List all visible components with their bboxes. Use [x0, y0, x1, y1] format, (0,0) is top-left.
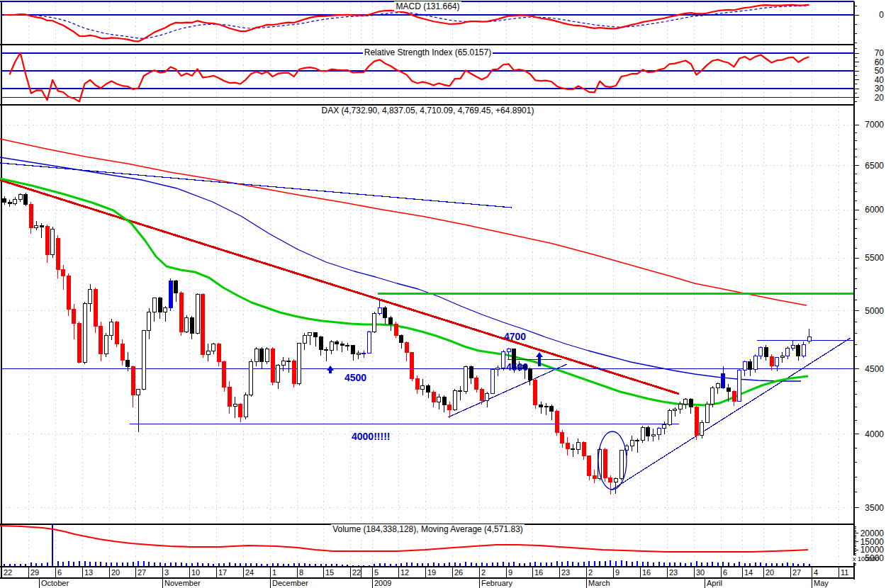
volume-bar [755, 562, 756, 567]
week-label: 5 [374, 568, 378, 577]
candle-body [791, 346, 795, 348]
candle-body [13, 199, 17, 203]
volume-bar [57, 561, 59, 567]
candle-body [695, 407, 698, 436]
long-rising-trendline [611, 338, 851, 490]
candle-body [410, 353, 414, 379]
candle-body [722, 374, 725, 388]
volume-bar [235, 563, 236, 567]
week-label: 8 [299, 568, 303, 577]
candle-body [732, 391, 736, 401]
candle-body [67, 276, 70, 309]
candle-body [287, 361, 291, 361]
candle-body [201, 294, 205, 354]
macd-zero-label: 0 [857, 11, 884, 19]
price-tick-label: 4000 [857, 430, 884, 439]
candle-body [678, 404, 682, 409]
volume-bar [68, 561, 69, 567]
candle-body [593, 475, 596, 478]
candle-body [651, 435, 655, 436]
candle-body [239, 405, 242, 417]
candle-body [588, 456, 591, 475]
candle-body [415, 378, 419, 389]
volume-bar [476, 563, 477, 567]
week-label: 20 [766, 568, 774, 577]
week-label: 22 [352, 568, 361, 577]
rsi-tick-label: 40 [857, 76, 884, 84]
volume-bar [288, 564, 289, 567]
volume-bar [626, 561, 627, 567]
week-label: 11 [841, 568, 848, 577]
candle-body [72, 310, 76, 324]
week-label: 2 [481, 568, 486, 577]
week-label: 23 [669, 568, 678, 577]
volume-bar [379, 563, 381, 567]
candle-body [630, 440, 634, 446]
volume-bar [369, 565, 370, 567]
week-label: 19 [427, 568, 436, 577]
week-label: 27 [138, 568, 146, 577]
volume-bar [632, 562, 633, 567]
candle-body [330, 341, 333, 350]
volume-bar [406, 562, 408, 567]
candle-body [544, 406, 548, 407]
volume-bar [685, 563, 686, 567]
candle-body [453, 391, 456, 410]
candle-body [490, 370, 494, 393]
candle-body [271, 349, 274, 382]
volume-bar [390, 564, 391, 567]
volume-bar [202, 563, 203, 567]
volume-bar [396, 564, 397, 567]
candle-body [196, 294, 199, 333]
green-moving-average [0, 179, 808, 405]
week-label: 20 [111, 568, 120, 577]
volume-bar [669, 562, 671, 567]
candle-body [335, 341, 339, 344]
candle-body [137, 390, 140, 395]
month-label: October [41, 579, 69, 587]
candle-body [534, 380, 537, 405]
volume-bar [556, 561, 558, 567]
candle-body [496, 368, 500, 370]
candle-body [319, 337, 323, 349]
month-label: February [481, 579, 512, 587]
candle-body [400, 335, 403, 343]
candle-body [228, 388, 231, 407]
candle-body [276, 365, 280, 382]
volume-bar [486, 563, 488, 567]
candle-body [469, 367, 473, 378]
volume-bar [771, 563, 773, 567]
volume-bar [803, 563, 804, 567]
candle-body [603, 450, 607, 478]
candle-body [212, 344, 215, 351]
volume-bar [438, 563, 439, 567]
volume-bar [250, 563, 252, 567]
volume-bar [175, 562, 176, 567]
candle-body [217, 344, 220, 362]
volume-bar [433, 562, 434, 567]
candle-body [249, 361, 253, 395]
chart-plot-area[interactable] [0, 0, 886, 588]
volume-bar [89, 562, 91, 567]
week-label: 3 [164, 568, 169, 577]
volume-bar [637, 561, 638, 567]
candle-body [233, 405, 237, 406]
volume-bar [159, 562, 161, 567]
candle-body [104, 336, 108, 354]
volume-bar [712, 562, 713, 567]
price-tick-label: 5500 [857, 254, 884, 262]
volume-bar [658, 562, 660, 567]
candle-body [357, 354, 360, 354]
candle-body [405, 343, 408, 353]
week-label: 17 [218, 568, 227, 577]
candle-body [743, 362, 746, 370]
annotation-4000: 4000!!!!! [352, 431, 390, 441]
volume-bar [578, 562, 579, 567]
volume-tick-label: 5000 [857, 554, 884, 562]
annotation-4580: 4580 [506, 362, 528, 372]
volume-tick-label: 20000 [857, 529, 884, 538]
candle-body [576, 442, 580, 449]
candle-body [56, 238, 60, 269]
candle-body [448, 405, 452, 410]
week-label: 26 [454, 568, 463, 577]
